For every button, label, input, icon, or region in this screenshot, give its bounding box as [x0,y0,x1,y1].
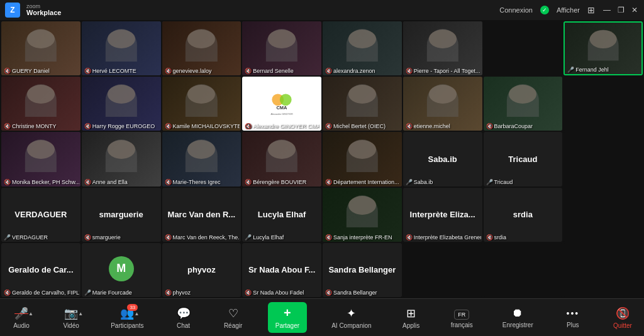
video-cell[interactable]: 🔇 Sanja interprète FR-EN [323,188,402,242]
mic-status-icon: 🎤 [406,179,413,185]
video-cell[interactable] [484,21,563,75]
video-cell[interactable]: phyvoz🔇 phyvoz [162,243,242,297]
connexion-label: Connexion [499,6,533,14]
react-icon: ♡ [228,306,238,320]
participant-name-label: 🎤 Fernand Jehl [567,67,640,73]
ai-companion-button[interactable]: ✦ AI Companion [326,304,376,332]
afficher-label: Afficher [557,6,580,14]
share-button[interactable]: + Partager [268,302,307,333]
participant-name-label: 🔇 Alexandre GINOYER CMA [245,123,320,129]
mic-status-icon: 🔇 [245,123,252,129]
grid-icon: ⊞ [587,5,595,15]
video-cell[interactable]: 🔇 Christine MONTY [1,77,80,131]
participant-name-label: 🎤 Saba.ib [406,179,481,185]
participant-name-label: 🔇 Kamile MICHAILOVSKYTE [165,123,240,129]
video-cell[interactable]: 🔇 etienne.michel [403,77,482,131]
video-cell[interactable]: 🎤 Fernand Jehl [564,21,643,75]
mic-status-icon: 🔇 [486,123,493,129]
participant-name-label: 🔇 genevieve.laloy [165,68,240,74]
video-cell[interactable]: 🔇 Département Internation... [323,132,402,186]
video-cell[interactable] [564,188,643,242]
participant-big-name: smarguerie [98,209,145,221]
video-cell[interactable]: 🔇 Monika Becker, PH Schw... [1,132,80,186]
video-cell[interactable]: 🔇 Marie-Theres Igrec [162,132,242,186]
more-button[interactable]: ••• Plus [558,304,588,331]
mic-status-icon: 🎤 [567,67,574,73]
react-button[interactable]: ♡ Réagir [218,304,248,332]
chat-button[interactable]: 💬 Chat [169,304,199,332]
record-button[interactable]: ⏺ Enregistrer [497,304,538,331]
video-cell[interactable] [564,77,643,131]
video-cell[interactable]: Sr Nada Abou F...🔇 Sr Nada Abou Fadel [242,243,321,297]
participant-name-label: 🎤 Lucyla Elhaf [245,234,320,241]
apps-icon: ⊞ [406,306,416,320]
mic-status-icon: 🔇 [4,179,11,185]
video-button[interactable]: 📷 ▲ Vidéo [56,304,86,332]
mic-status-icon: 🔇 [245,179,252,185]
participant-name-label: 🔇 alexandra.zenon [325,68,401,74]
language-label: français [451,322,473,328]
share-icon: + [284,306,291,320]
participant-name-label: 🎤 Marie Fourcade [84,290,160,296]
mic-status-icon: 🔇 [325,68,332,74]
participant-big-name: Saba.ib [427,153,458,166]
quit-label: Quitter [613,322,632,329]
video-cell[interactable]: 🔇 Pierre - Tapori - All Toget... [403,21,482,75]
video-cell[interactable]: 🔇 BarbaraCoupar [484,77,563,131]
video-cell[interactable]: CMA Alexandre GINOYER 🔇 Alexandre GINOYE… [242,77,321,131]
video-cell[interactable]: Geraldo de Car...🔇 Geraldo de Carvalho, … [1,243,80,297]
workplace-text: Workplace [26,9,61,16]
video-cell[interactable]: Sandra Bellanger🔇 Sandra Bellanger [323,243,402,297]
video-cell[interactable]: Tricaud🎤 Tricaud [484,132,563,186]
video-cell[interactable]: 🔇 Bernard Senelle [242,21,321,75]
react-label: Réagir [224,322,242,329]
video-cell[interactable] [564,243,643,297]
video-cell[interactable]: 🔇 Kamile MICHAILOVSKYTE [162,77,242,131]
mic-status-icon: 🔇 [325,123,332,129]
participant-name-label: 🔇 srdia [486,234,562,241]
participant-name-label: 🎤 Tricaud [486,179,562,185]
connexion-check-icon: ✓ [540,6,549,14]
quit-button[interactable]: 📵 Quitter [608,304,638,332]
video-cell[interactable]: srdia🔇 srdia [484,188,563,242]
participant-big-name: Tricaud [507,153,538,166]
mic-status-icon: 🔇 [84,234,91,241]
video-cell[interactable]: M🎤 Marie Fourcade [82,243,161,297]
video-cell[interactable]: 🔇 Michel Bertet (OIEC) [323,77,402,131]
video-cell[interactable]: Saba.ib🎤 Saba.ib [403,132,482,186]
language-icon: FR [454,306,469,320]
video-cell[interactable]: 🔇 GUERY Daniel [1,21,80,75]
zoom-logo-icon: Z [5,3,20,18]
video-cell[interactable]: Interprète Eliza...🔇 Interprète Elizabet… [403,188,482,242]
video-cell[interactable]: 🔇 alexandra.zenon [323,21,402,75]
video-cell[interactable]: 🔇 Hervé LECOMTE [82,21,161,75]
minimize-button[interactable]: — [602,6,611,14]
close-button[interactable]: ✕ [630,6,639,14]
video-cell[interactable]: Marc Van den R...🔇 Marc Van den Reeck, T… [162,188,242,242]
video-cell[interactable] [564,132,643,186]
video-cell[interactable]: VERDAGUER🎤 VERDAGUER [1,188,80,242]
video-cell[interactable]: 🔇 genevieve.laloy [162,21,242,75]
video-cell[interactable]: smarguerie🔇 smarguerie [82,188,161,242]
video-cell[interactable]: 🔇 Bérengère BOUVIER [242,132,321,186]
svg-text:Alexandre GINOYER: Alexandre GINOYER [271,113,294,116]
titlebar: Z zoom Workplace Connexion ✓ Afficher ⊞ … [0,0,644,20]
chat-label: Chat [177,322,190,329]
mic-status-icon: 🔇 [245,290,252,296]
video-cell[interactable]: 🔇 Anne and Ella [82,132,161,186]
participant-name-label: 🔇 BarbaraCoupar [486,123,562,129]
video-icon: 📷 ▲ [64,306,78,320]
more-icon: ••• [566,306,579,320]
maximize-button[interactable]: ❐ [616,6,625,14]
video-cell[interactable] [484,243,563,297]
participants-button[interactable]: 👥 33 ▲ Participants [106,304,148,332]
quit-icon: 📵 [616,306,630,320]
toolbar: 🎤 ▲ Audio 📷 ▲ Vidéo 👥 33 ▲ Participants … [0,298,644,336]
audio-button[interactable]: 🎤 ▲ Audio [6,304,36,332]
language-button[interactable]: FR français [446,304,478,331]
video-cell[interactable] [403,243,482,297]
ai-icon: ✦ [347,306,356,320]
video-cell[interactable]: 🔇 Harry Rogge EUROGEO [82,77,161,131]
apps-button[interactable]: ⊞ Applis [396,304,426,332]
video-cell[interactable]: Lucyla Elhaf🎤 Lucyla Elhaf [242,188,321,242]
